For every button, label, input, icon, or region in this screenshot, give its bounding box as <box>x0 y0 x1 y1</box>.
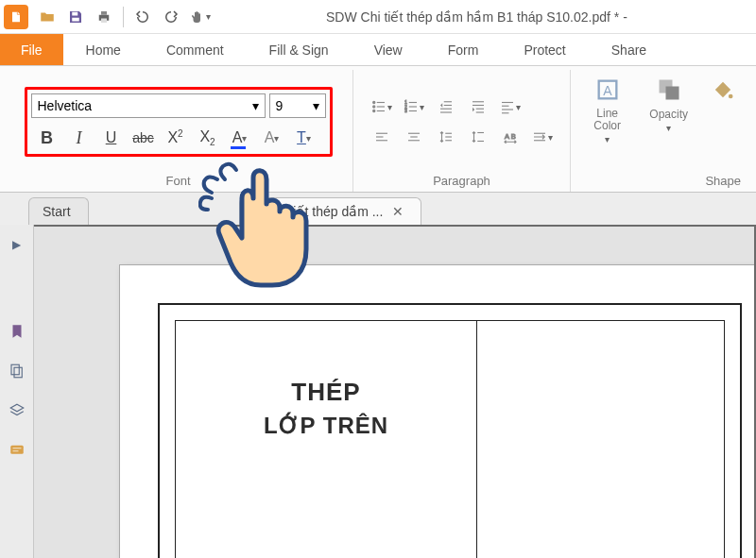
pdf-page: THÉP LỚP TRÊN <box>119 264 756 558</box>
char-spacing-button[interactable]: AB <box>496 126 524 148</box>
ribbon: Helvetica ▾ 9 ▾ B I U abc X2 X2 A▾ <box>0 66 756 193</box>
align-left-button[interactable] <box>368 126 396 148</box>
svg-point-5 <box>373 101 375 103</box>
font-highlight-box: Helvetica ▾ 9 ▾ B I U abc X2 X2 A▾ <box>25 87 333 157</box>
tab-start-label: Start <box>43 204 71 219</box>
decrease-indent-button[interactable] <box>432 95 460 118</box>
paragraph-spacing-button[interactable] <box>464 126 492 148</box>
chevron-down-icon: ▾ <box>206 11 211 22</box>
opacity-label: Opacity <box>649 108 688 121</box>
chevron-down-icon: ▾ <box>274 133 279 144</box>
tab-fill-sign[interactable]: Fill & Sign <box>247 34 352 65</box>
align-center-button[interactable] <box>400 126 428 148</box>
group-paragraph: ▾ 123▾ ▾ AB ▾ Paragraph <box>353 70 571 192</box>
tab-comment[interactable]: Comment <box>144 34 247 65</box>
undo-icon[interactable] <box>129 4 156 30</box>
open-icon[interactable] <box>34 4 60 30</box>
chevron-down-icon: ▾ <box>313 98 319 113</box>
text-direction-button[interactable]: ▾ <box>528 126 557 148</box>
svg-text:3: 3 <box>404 109 407 113</box>
clear-format-button[interactable]: T▾ <box>288 126 320 150</box>
tab-document[interactable]: Chi tiết thép dầm ... ✕ <box>239 197 422 225</box>
side-panel: ▶ <box>0 225 34 558</box>
italic-button[interactable]: I <box>63 126 95 150</box>
menu-tabs: File Home Comment Fill & Sign View Form … <box>0 34 756 66</box>
chevron-down-icon: ▾ <box>306 133 311 144</box>
svg-rect-49 <box>11 364 19 375</box>
opacity-button[interactable]: Opacity ▾ <box>642 72 696 135</box>
svg-rect-3 <box>101 11 107 15</box>
underline-button[interactable]: U <box>95 126 128 150</box>
expand-icon[interactable]: ▶ <box>7 234 27 255</box>
chevron-down-icon: ▾ <box>252 98 259 113</box>
document-area: ▶ THÉP LỚP TRÊN <box>0 225 756 558</box>
bookmark-icon[interactable] <box>7 321 27 342</box>
bold-button[interactable]: B <box>31 126 63 150</box>
highlight-color-button[interactable]: A▾ <box>256 126 288 150</box>
font-color-button[interactable]: A▾ <box>224 126 256 150</box>
tab-protect[interactable]: Protect <box>501 34 588 65</box>
line-color-button[interactable]: A Line Color ▾ <box>576 72 638 146</box>
chevron-down-icon: ▾ <box>548 132 553 143</box>
superscript-button[interactable]: X2 <box>160 126 192 150</box>
svg-rect-50 <box>14 367 22 378</box>
hand-tool-icon[interactable]: ▾ <box>186 4 213 30</box>
page-text-line2: LỚP TRÊN <box>264 413 388 439</box>
tab-share[interactable]: Share <box>589 34 669 65</box>
tab-file[interactable]: File <box>0 34 63 65</box>
opacity-icon <box>653 74 685 106</box>
document-tabs: Start Chi tiết thép dầm ... ✕ <box>0 193 756 225</box>
line-spacing-button[interactable] <box>432 126 460 148</box>
pages-icon[interactable] <box>7 361 27 381</box>
chevron-down-icon: ▾ <box>516 102 521 112</box>
tab-view[interactable]: View <box>352 34 425 65</box>
svg-point-48 <box>729 94 733 99</box>
tab-form[interactable]: Form <box>425 34 502 65</box>
qat-separator <box>123 7 124 27</box>
font-size-select[interactable]: 9 ▾ <box>269 93 326 118</box>
document-title: SDW Chi tiết thép dầm hầm B1 tháp S10.02… <box>213 9 752 25</box>
svg-rect-47 <box>665 87 679 100</box>
close-icon[interactable]: ✕ <box>392 204 404 219</box>
chevron-down-icon: ▾ <box>387 102 392 112</box>
line-color-icon: A <box>592 74 624 106</box>
increase-indent-button[interactable] <box>464 95 492 118</box>
chevron-down-icon: ▾ <box>605 134 610 144</box>
chevron-down-icon: ▾ <box>242 133 247 144</box>
tab-start[interactable]: Start <box>28 197 89 225</box>
save-icon[interactable] <box>62 4 89 30</box>
svg-text:B: B <box>510 132 515 141</box>
svg-text:A: A <box>603 83 612 98</box>
line-color-label: Line Color <box>584 108 630 132</box>
align-button[interactable]: ▾ <box>496 95 524 118</box>
print-icon[interactable] <box>91 4 117 30</box>
group-font: Helvetica ▾ 9 ▾ B I U abc X2 X2 A▾ <box>4 70 353 192</box>
group-paragraph-label: Paragraph <box>359 172 564 192</box>
redo-icon[interactable] <box>158 4 184 30</box>
strikethrough-button[interactable]: abc <box>128 126 160 150</box>
chevron-down-icon: ▾ <box>420 102 424 112</box>
subscript-button[interactable]: X2 <box>192 126 224 150</box>
font-size-value: 9 <box>276 98 284 113</box>
svg-rect-4 <box>101 18 107 23</box>
numbered-list-button[interactable]: 123▾ <box>400 95 428 118</box>
layers-icon[interactable] <box>7 400 27 421</box>
bullet-list-button[interactable]: ▾ <box>368 95 396 118</box>
group-font-label: Font <box>9 172 347 192</box>
quick-access-toolbar: ▾ <box>34 4 213 30</box>
comments-icon[interactable] <box>7 440 27 461</box>
chevron-down-icon: ▾ <box>666 123 671 133</box>
fill-icon <box>707 74 739 106</box>
svg-point-9 <box>373 110 375 111</box>
tab-document-label: Chi tiết thép dầm ... <box>266 204 384 219</box>
svg-rect-0 <box>72 11 77 15</box>
shape-fill-button[interactable] <box>699 72 747 108</box>
app-logo-icon <box>4 5 28 29</box>
svg-rect-1 <box>72 17 79 21</box>
page-text-line1: THÉP <box>291 378 360 407</box>
font-name-select[interactable]: Helvetica ▾ <box>31 93 266 118</box>
group-shape-label: Shape <box>576 172 747 192</box>
document-canvas[interactable]: THÉP LỚP TRÊN <box>34 225 756 558</box>
svg-rect-51 <box>10 446 24 454</box>
tab-home[interactable]: Home <box>63 34 144 65</box>
